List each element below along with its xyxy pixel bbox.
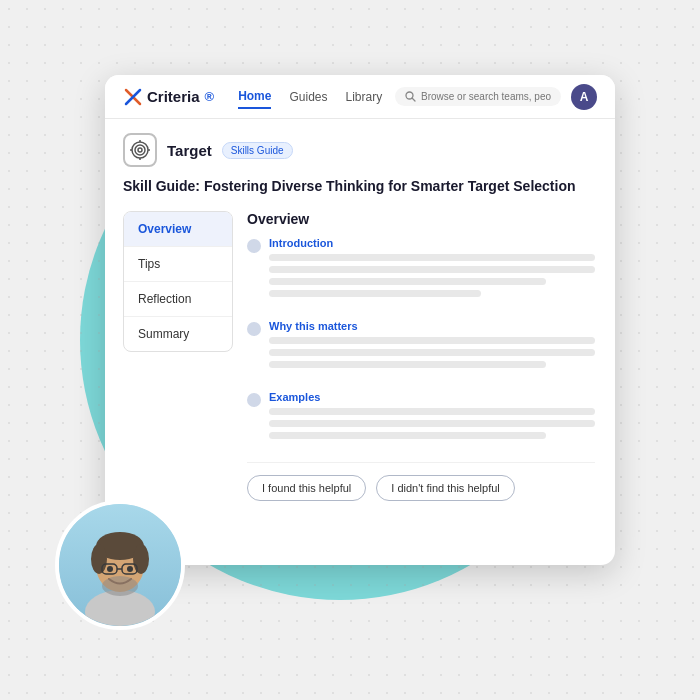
introduction-row: Introduction: [247, 237, 595, 302]
line-7: [269, 361, 546, 368]
person-svg: [59, 504, 181, 626]
sidebar-item-reflection[interactable]: Reflection: [124, 282, 232, 317]
logo: Criteria ®: [123, 87, 214, 107]
avatar-button[interactable]: A: [571, 84, 597, 110]
introduction-label: Introduction: [269, 237, 595, 249]
why-matters-section: Why this matters: [247, 320, 595, 373]
svg-point-21: [107, 566, 113, 572]
why-matters-label: Why this matters: [269, 320, 595, 332]
feedback-row: I found this helpful I didn't find this …: [247, 462, 595, 515]
introduction-section: Introduction: [247, 237, 595, 302]
nav-links: Home Guides Library: [238, 85, 395, 109]
line-5: [269, 337, 595, 344]
examples-label: Examples: [269, 391, 595, 403]
helpful-button[interactable]: I found this helpful: [247, 475, 366, 501]
search-input[interactable]: [421, 91, 551, 102]
skill-guide-title: Skill Guide: Fostering Diverse Thinking …: [123, 177, 597, 197]
line-2: [269, 266, 595, 273]
sidebar-item-overview[interactable]: Overview: [124, 212, 232, 247]
target-icon: [123, 133, 157, 167]
svg-point-17: [133, 544, 149, 574]
line-8: [269, 408, 595, 415]
criteria-logo-icon: [123, 87, 143, 107]
nav-home[interactable]: Home: [238, 85, 271, 109]
search-icon: [405, 91, 416, 102]
line-4: [269, 290, 481, 297]
logo-trademark: ®: [205, 89, 215, 104]
search-bar[interactable]: [395, 87, 561, 106]
card-body: Target Skills Guide Skill Guide: Fosteri…: [105, 119, 615, 565]
examples-dot: [247, 393, 261, 407]
line-10: [269, 432, 546, 439]
introduction-dot: [247, 239, 261, 253]
main-card: Criteria ® Home Guides Library A: [105, 75, 615, 565]
logo-text: Criteria: [147, 88, 200, 105]
examples-row: Examples: [247, 391, 595, 444]
main-content-area: Overview Introduction: [247, 211, 597, 565]
why-matters-dot: [247, 322, 261, 336]
content-area: Overview Tips Reflection Summary Overvie…: [123, 211, 597, 565]
why-matters-row: Why this matters: [247, 320, 595, 373]
svg-point-22: [127, 566, 133, 572]
target-svg: [130, 140, 150, 160]
overview-title: Overview: [247, 211, 595, 227]
svg-point-5: [135, 145, 145, 155]
examples-section: Examples: [247, 391, 595, 444]
line-1: [269, 254, 595, 261]
nav-guides[interactable]: Guides: [289, 86, 327, 108]
person-avatar: [55, 500, 185, 630]
not-helpful-button[interactable]: I didn't find this helpful: [376, 475, 515, 501]
svg-point-2: [406, 92, 413, 99]
svg-line-3: [413, 99, 416, 102]
sidebar-nav: Overview Tips Reflection Summary: [123, 211, 233, 352]
skills-guide-badge: Skills Guide: [222, 142, 293, 159]
page-title: Target: [167, 142, 212, 159]
sidebar-item-tips[interactable]: Tips: [124, 247, 232, 282]
line-6: [269, 349, 595, 356]
line-3: [269, 278, 546, 285]
page-header: Target Skills Guide: [123, 133, 597, 167]
examples-content: Examples: [269, 391, 595, 444]
navbar: Criteria ® Home Guides Library A: [105, 75, 615, 119]
sidebar-item-summary[interactable]: Summary: [124, 317, 232, 351]
why-matters-content: Why this matters: [269, 320, 595, 373]
svg-point-6: [138, 148, 142, 152]
line-9: [269, 420, 595, 427]
svg-point-16: [91, 544, 107, 574]
nav-library[interactable]: Library: [346, 86, 383, 108]
svg-point-23: [102, 576, 138, 596]
introduction-content: Introduction: [269, 237, 595, 302]
